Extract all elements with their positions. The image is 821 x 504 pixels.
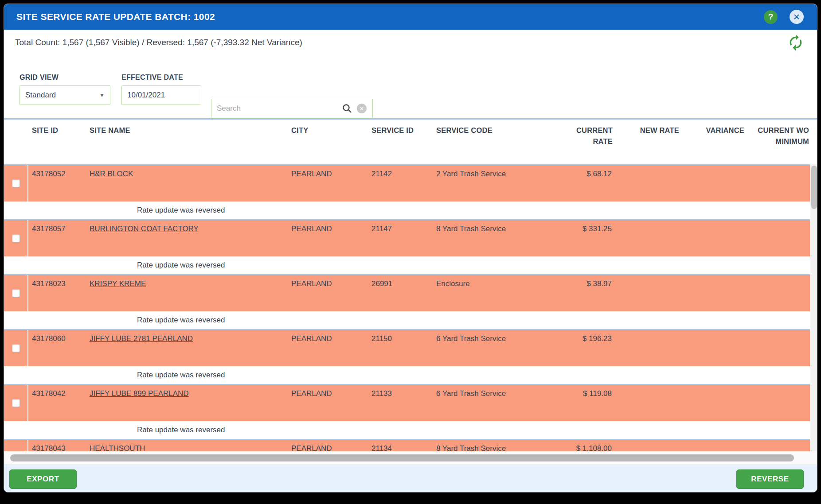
city-cell: PEARLAND — [288, 275, 368, 311]
service-id-cell: 26991 — [368, 275, 433, 311]
close-icon[interactable]: ✕ — [790, 10, 804, 24]
site-name-link[interactable]: H&R BLOCK — [90, 170, 133, 178]
service-code-cell: 8 Yard Trash Service — [433, 220, 556, 256]
table-row: 43178057 BURLINGTON COAT FACTORY PEARLAN… — [4, 219, 810, 256]
service-code-cell: 6 Yard Trash Service — [433, 385, 556, 421]
export-button[interactable]: EXPORT — [9, 469, 77, 489]
grid-view-value: Standard — [25, 91, 56, 100]
service-id-cell: 21133 — [368, 385, 433, 421]
vertical-scrollbar[interactable] — [810, 164, 817, 451]
summary-bar: Total Count: 1,567 (1,567 Visible) / Rev… — [4, 30, 817, 55]
current-rate-cell: $ 68.12 — [556, 165, 614, 202]
variance-cell — [680, 275, 745, 311]
variance-cell — [680, 220, 745, 256]
city-cell: PEARLAND — [288, 330, 368, 366]
new-rate-cell — [614, 330, 680, 366]
site-id-cell: 43178060 — [28, 330, 86, 366]
new-rate-cell — [614, 385, 680, 421]
row-checkbox[interactable] — [12, 179, 20, 187]
table-row: 43178043 HEALTHSOUTH PEARLAND 21134 8 Ya… — [4, 439, 810, 451]
filter-bar: GRID VIEW Standard ▼ EFFECTIVE DATE ✕ — [4, 55, 817, 118]
current-wo-minimum-cell — [745, 330, 810, 366]
checkbox-cell — [4, 440, 28, 451]
effective-date-input[interactable] — [121, 85, 201, 105]
city-cell: PEARLAND — [288, 385, 368, 421]
service-code-cell: Enclosure — [433, 275, 556, 311]
col-service-code: SERVICE CODE — [433, 125, 556, 164]
refresh-icon[interactable] — [787, 34, 805, 51]
horizontal-scrollbar[interactable] — [4, 451, 817, 465]
checkbox-column-header — [4, 125, 28, 164]
site-name-cell: H&R BLOCK — [86, 165, 288, 202]
col-current-rate: CURRENT RATE — [556, 125, 614, 164]
variance-cell — [680, 385, 745, 421]
dialog-titlebar: SITE SERVICE RATE UPDATE BATCH: 1002 ? ✕ — [4, 4, 817, 30]
search-icon[interactable] — [342, 103, 352, 114]
service-code-cell: 8 Yard Trash Service — [433, 440, 556, 451]
table-record: 43178057 BURLINGTON COAT FACTORY PEARLAN… — [4, 219, 810, 274]
checkbox-cell — [4, 385, 28, 421]
current-wo-minimum-cell — [745, 385, 810, 421]
variance-cell — [680, 440, 745, 451]
reverse-button[interactable]: REVERSE — [736, 469, 804, 489]
site-id-cell: 43178042 — [28, 385, 86, 421]
row-checkbox[interactable] — [12, 399, 20, 407]
current-wo-minimum-cell — [745, 275, 810, 311]
site-name-link[interactable]: JIFFY LUBE 899 PEARLAND — [90, 389, 189, 398]
action-bar: EXPORT REVERSE — [4, 465, 817, 492]
horizontal-scrollbar-thumb[interactable] — [10, 454, 794, 461]
service-id-cell: 21142 — [368, 165, 433, 202]
service-id-cell: 21134 — [368, 440, 433, 451]
table-row: 43178042 JIFFY LUBE 899 PEARLAND PEARLAN… — [4, 384, 810, 421]
site-name-cell: KRISPY KREME — [86, 275, 288, 311]
row-checkbox[interactable] — [12, 289, 20, 297]
site-name-link[interactable]: HEALTHSOUTH — [90, 444, 145, 451]
current-rate-cell: $ 119.08 — [556, 385, 614, 421]
city-cell: PEARLAND — [288, 165, 368, 202]
chevron-down-icon: ▼ — [99, 92, 105, 98]
col-current-wo-minimum: CURRENT WO MINIMUM — [745, 125, 810, 164]
col-variance: VARIANCE — [680, 125, 745, 164]
checkbox-cell — [4, 220, 28, 256]
variance-cell — [680, 165, 745, 202]
current-rate-cell: $ 38.97 — [556, 275, 614, 311]
table-record: 43178052 H&R BLOCK PEARLAND 21142 2 Yard… — [4, 164, 810, 219]
row-checkbox[interactable] — [12, 234, 20, 242]
site-name-link[interactable]: BURLINGTON COAT FACTORY — [90, 225, 199, 233]
table-body: 43178052 H&R BLOCK PEARLAND 21142 2 Yard… — [4, 164, 817, 451]
current-rate-cell: $ 196.23 — [556, 330, 614, 366]
reversed-status: Rate update was reversed — [4, 256, 810, 274]
table-row: 43178023 KRISPY KREME PEARLAND 26991 Enc… — [4, 274, 810, 311]
summary-text: Total Count: 1,567 (1,567 Visible) / Rev… — [15, 38, 302, 47]
service-code-cell: 2 Yard Trash Service — [433, 165, 556, 202]
site-name-cell: BURLINGTON COAT FACTORY — [86, 220, 288, 256]
site-name-cell: JIFFY LUBE 899 PEARLAND — [86, 385, 288, 421]
grid-view-label: GRID VIEW — [20, 74, 110, 81]
help-button[interactable]: ? — [764, 10, 778, 24]
new-rate-cell — [614, 165, 680, 202]
dialog-title: SITE SERVICE RATE UPDATE BATCH: 1002 — [16, 12, 215, 22]
reversed-status: Rate update was reversed — [4, 421, 810, 439]
vertical-scrollbar-thumb[interactable] — [811, 166, 817, 209]
col-site-name: SITE NAME — [86, 125, 288, 164]
checkbox-cell — [4, 330, 28, 366]
current-wo-minimum-cell — [745, 440, 810, 451]
site-id-cell: 43178023 — [28, 275, 86, 311]
variance-cell — [680, 330, 745, 366]
reversed-status: Rate update was reversed — [4, 202, 810, 219]
current-wo-minimum-cell — [745, 220, 810, 256]
site-id-cell: 43178052 — [28, 165, 86, 202]
table-body-rows: 43178052 H&R BLOCK PEARLAND 21142 2 Yard… — [4, 164, 810, 451]
checkbox-cell — [4, 165, 28, 202]
col-city: CITY — [288, 125, 368, 164]
table-header: SITE ID SITE NAME CITY SERVICE ID SERVIC… — [4, 120, 810, 164]
current-wo-minimum-cell — [745, 165, 810, 202]
site-name-link[interactable]: JIFFY LUBE 2781 PEARLAND — [90, 334, 193, 343]
table-row: 43178060 JIFFY LUBE 2781 PEARLAND PEARLA… — [4, 329, 810, 366]
grid-view-select[interactable]: Standard ▼ — [20, 85, 110, 105]
row-checkbox[interactable] — [12, 344, 20, 352]
clear-search-icon[interactable]: ✕ — [357, 104, 367, 113]
site-name-link[interactable]: KRISPY KREME — [90, 279, 146, 288]
current-rate-cell: $ 1,108.00 — [556, 440, 614, 451]
city-cell: PEARLAND — [288, 220, 368, 256]
